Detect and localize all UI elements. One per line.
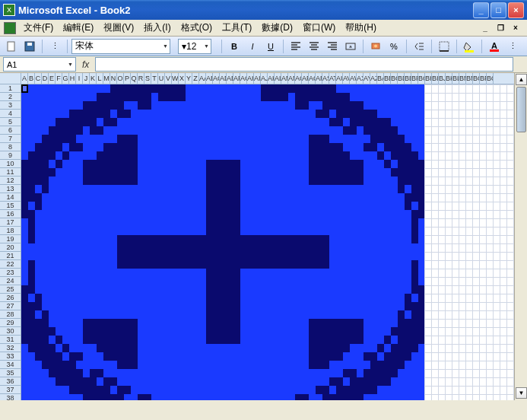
row-header[interactable]: 26 (0, 294, 21, 302)
column-header[interactable]: F (56, 73, 62, 84)
menu-help[interactable]: 帮助(H) (341, 20, 381, 36)
formula-input[interactable] (95, 57, 513, 72)
column-header[interactable]: Y (186, 73, 192, 84)
align-left-button[interactable] (287, 38, 304, 55)
column-header[interactable]: S (144, 73, 151, 84)
row-header[interactable]: 35 (0, 369, 21, 377)
decrease-indent-button[interactable] (411, 38, 427, 55)
menu-data[interactable]: 數據(D) (257, 20, 297, 36)
toolbar-options-button[interactable]: ⋮ (46, 38, 63, 55)
row-header[interactable]: 38 (0, 394, 21, 400)
column-header[interactable]: R (138, 73, 144, 84)
column-header[interactable]: AG (240, 73, 247, 84)
align-right-button[interactable] (324, 38, 341, 55)
column-header[interactable]: G (62, 73, 69, 84)
row-header[interactable]: 21 (0, 252, 21, 260)
column-header[interactable]: BN (466, 73, 473, 84)
column-header[interactable]: H (69, 73, 76, 84)
italic-button[interactable]: I (244, 38, 261, 55)
row-header[interactable]: 25 (0, 285, 21, 294)
column-header[interactable]: BE (405, 73, 411, 84)
row-header[interactable]: 22 (0, 260, 21, 269)
column-header[interactable]: P (124, 73, 131, 84)
column-header[interactable]: M (103, 73, 110, 84)
column-header[interactable]: BH (425, 73, 432, 84)
scroll-up-button[interactable]: ▲ (516, 74, 527, 85)
column-header[interactable]: BD (398, 73, 405, 84)
bold-button[interactable]: B (226, 38, 243, 55)
row-header[interactable]: 14 (0, 193, 21, 202)
row-header[interactable]: 30 (0, 327, 21, 336)
column-header[interactable]: AL (275, 73, 281, 84)
align-center-button[interactable] (306, 38, 322, 55)
row-header[interactable]: 24 (0, 277, 21, 285)
empty-cells[interactable] (424, 84, 514, 400)
row-header[interactable]: 31 (0, 336, 21, 344)
row-header[interactable]: 16 (0, 210, 21, 218)
column-header[interactable]: AV (343, 73, 350, 84)
column-header[interactable]: U (158, 73, 165, 84)
row-header[interactable]: 23 (0, 269, 21, 277)
format-options-button[interactable]: ⋮ (504, 38, 521, 55)
column-header[interactable]: BC (391, 73, 398, 84)
column-header[interactable]: BB (384, 73, 391, 84)
doc-close-button[interactable]: × (510, 23, 521, 33)
row-header[interactable]: 11 (0, 168, 21, 177)
column-header[interactable]: A (21, 73, 28, 84)
new-button[interactable] (3, 38, 20, 55)
row-header[interactable]: 37 (0, 386, 21, 394)
menu-view[interactable]: 視圖(V) (99, 20, 138, 36)
menu-tools[interactable]: 工具(T) (217, 20, 256, 36)
row-header[interactable]: 3 (0, 101, 21, 110)
borders-button[interactable] (436, 38, 452, 55)
font-name-select[interactable]: 宋体 (71, 39, 170, 54)
column-header[interactable]: T (151, 73, 158, 84)
column-header[interactable]: AI (254, 73, 261, 84)
column-header[interactable]: BJ (439, 73, 446, 84)
menu-file[interactable]: 文件(F) (19, 20, 58, 36)
row-header[interactable]: 7 (0, 135, 21, 143)
column-header[interactable]: BI (432, 73, 439, 84)
row-header[interactable]: 17 (0, 218, 21, 227)
column-header[interactable]: AB (206, 73, 213, 84)
column-header[interactable]: BM (459, 73, 466, 84)
column-header[interactable]: AC (213, 73, 220, 84)
select-all-corner[interactable] (0, 73, 21, 84)
menu-edit[interactable]: 編輯(E) (59, 20, 98, 36)
row-header[interactable]: 20 (0, 243, 21, 252)
column-header[interactable]: AR (316, 73, 322, 84)
row-header[interactable]: 32 (0, 344, 21, 352)
column-header[interactable]: AS (322, 73, 329, 84)
column-header[interactable]: AU (336, 73, 343, 84)
column-header[interactable]: J (83, 73, 90, 84)
column-header[interactable]: BL (452, 73, 459, 84)
column-header[interactable]: E (49, 73, 56, 84)
menu-format[interactable]: 格式(O) (176, 20, 217, 36)
column-header[interactable]: K (90, 73, 97, 84)
name-box[interactable]: A1 (3, 57, 76, 72)
column-header[interactable]: BO (473, 73, 480, 84)
column-header[interactable]: AT (329, 73, 336, 84)
column-header[interactable]: AN (288, 73, 295, 84)
row-header[interactable]: 4 (0, 110, 21, 118)
row-header[interactable]: 19 (0, 235, 21, 243)
column-header[interactable]: AW (350, 73, 357, 84)
column-header[interactable]: BA (377, 73, 384, 84)
underline-button[interactable]: U (262, 38, 279, 55)
column-header[interactable]: W (172, 73, 179, 84)
vertical-scrollbar[interactable]: ▲ ▼ (514, 73, 527, 400)
row-header[interactable]: 6 (0, 126, 21, 135)
column-header[interactable]: AK (268, 73, 275, 84)
row-header[interactable]: 18 (0, 227, 21, 235)
column-header[interactable]: AJ (261, 73, 268, 84)
column-header[interactable]: AP (302, 73, 309, 84)
font-size-select[interactable]: ▾ 12 (178, 39, 211, 54)
fx-label[interactable]: fx (82, 59, 89, 70)
row-header[interactable]: 33 (0, 352, 21, 361)
column-header[interactable]: AZ (370, 73, 377, 84)
column-header[interactable]: AX (357, 73, 364, 84)
close-button[interactable]: × (508, 2, 524, 18)
column-header[interactable]: AF (233, 73, 240, 84)
column-header[interactable]: B (28, 73, 35, 84)
column-header[interactable]: AD (220, 73, 227, 84)
